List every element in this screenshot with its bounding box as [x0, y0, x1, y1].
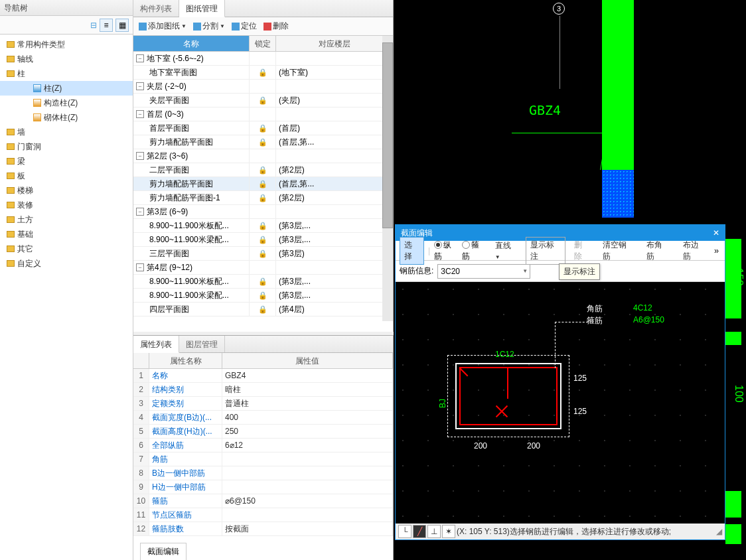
- drawing-row[interactable]: −第4层 (9~12): [133, 261, 393, 275]
- tree-item[interactable]: 墙: [0, 125, 133, 139]
- snap-ortho-icon[interactable]: ╱: [413, 525, 426, 538]
- tab-component-list[interactable]: 构件列表: [133, 0, 179, 17]
- column-hatch[interactable]: [602, 170, 634, 218]
- property-row[interactable]: 9H边一侧中部筋: [133, 480, 393, 494]
- tree-item[interactable]: 自定义: [0, 256, 133, 271]
- toolbar-分割[interactable]: 分割 ▼: [190, 19, 228, 34]
- property-row[interactable]: 11节点区箍筋: [133, 508, 393, 522]
- toolbar-删除[interactable]: 删除: [261, 19, 291, 34]
- collapse-icon[interactable]: −: [136, 82, 144, 90]
- collapse-icon[interactable]: −: [136, 54, 144, 62]
- tree-item[interactable]: 常用构件类型: [0, 37, 133, 52]
- close-icon[interactable]: ✕: [713, 228, 719, 238]
- lock-icon[interactable]: 🔒: [258, 124, 267, 133]
- drawing-row[interactable]: 夹层平面图🔒(夹层): [133, 94, 393, 107]
- line-button[interactable]: 直线 ▼: [490, 238, 522, 263]
- property-row[interactable]: 6全部纵筋6⌀12: [133, 439, 393, 453]
- rebar-info-input[interactable]: [437, 264, 530, 279]
- drawing-row[interactable]: 8.900~11.900米板配...🔒(第3层,...: [133, 219, 393, 233]
- drawing-row[interactable]: 8.900~11.900米板配...🔒(第3层,...: [133, 275, 393, 289]
- drawing-row[interactable]: 四层平面图🔒(第4层): [133, 303, 393, 316]
- lock-icon[interactable]: 🔒: [258, 277, 267, 286]
- lock-icon[interactable]: 🔒: [258, 166, 267, 175]
- tree-item[interactable]: 门窗洞: [0, 139, 133, 154]
- lock-icon[interactable]: 🔒: [258, 96, 267, 105]
- property-row[interactable]: 1名称GBZ4: [133, 369, 393, 383]
- property-row[interactable]: 4截面宽度(B边)(...400: [133, 411, 393, 425]
- property-row[interactable]: 5截面高度(H边)(...250: [133, 425, 393, 439]
- tree-item[interactable]: 装修: [0, 198, 133, 212]
- nav-view-grid-icon[interactable]: ▦: [115, 19, 129, 32]
- drawing-row[interactable]: 8.900~11.900米梁配...🔒(第3层,...: [133, 289, 393, 303]
- property-rows[interactable]: 1名称GBZ42结构类别暗柱3定额类别普通柱4截面宽度(B边)(...4005截…: [133, 369, 393, 541]
- tab-drawing-management[interactable]: 图纸管理: [179, 0, 225, 17]
- nav-expand-icon[interactable]: ⊟: [90, 21, 97, 30]
- drawing-row[interactable]: 剪力墙配筋平面图🔒(首层,第...: [133, 135, 393, 149]
- tree-item[interactable]: 基础: [0, 227, 133, 242]
- clear-rebar-button[interactable]: 清空钢筋: [598, 237, 638, 265]
- nav-view-list-icon[interactable]: ≡: [100, 19, 113, 32]
- snap-intersect-icon[interactable]: ✶: [442, 525, 455, 538]
- drawing-row[interactable]: −夹层 (-2~0): [133, 80, 393, 94]
- tree-item[interactable]: 其它: [0, 242, 133, 256]
- dropdown-caret-icon[interactable]: ▼: [522, 268, 528, 274]
- collapse-icon[interactable]: −: [136, 208, 144, 216]
- drawing-row[interactable]: −首层 (0~3): [133, 107, 393, 121]
- tree-item[interactable]: 构造柱(Z): [0, 96, 133, 110]
- property-row[interactable]: 7角筋: [133, 453, 393, 466]
- lock-icon[interactable]: 🔒: [258, 236, 267, 244]
- snap-endpoint-icon[interactable]: └: [398, 525, 411, 538]
- snap-perp-icon[interactable]: ⊥: [427, 525, 441, 538]
- toolbar-添加图纸[interactable]: 添加图纸 ▼: [136, 19, 189, 34]
- toolbar-定位[interactable]: 定位: [229, 19, 260, 34]
- header-lock[interactable]: 锁定: [250, 36, 276, 51]
- lock-icon[interactable]: 🔒: [258, 291, 267, 300]
- drawing-row[interactable]: −第2层 (3~6): [133, 149, 393, 163]
- collapse-icon[interactable]: −: [136, 152, 144, 160]
- lock-icon[interactable]: 🔒: [258, 180, 267, 188]
- property-row[interactable]: 10箍筋⌀6@150: [133, 494, 393, 508]
- lock-icon[interactable]: 🔒: [258, 249, 267, 258]
- lock-icon[interactable]: 🔒: [258, 194, 267, 202]
- property-row[interactable]: 8B边一侧中部筋: [133, 466, 393, 480]
- edge-rebar-button[interactable]: 布边筋: [678, 237, 710, 265]
- tree-item[interactable]: 轴线: [0, 52, 133, 66]
- drawing-row[interactable]: 地下室平面图🔒(地下室): [133, 66, 393, 80]
- drawing-row[interactable]: 8.900~11.900米梁配...🔒(第3层,...: [133, 233, 393, 247]
- lock-icon[interactable]: 🔒: [258, 222, 267, 230]
- corner-rebar-button[interactable]: 布角筋: [642, 237, 674, 265]
- show-annotation-button[interactable]: 显示标注: [526, 237, 565, 265]
- collapse-icon[interactable]: −: [136, 263, 144, 271]
- drawing-row[interactable]: 剪力墙配筋平面图-1🔒(第2层): [133, 191, 393, 205]
- tree-item[interactable]: 柱(Z): [0, 81, 133, 96]
- tree-item[interactable]: 梁: [0, 154, 133, 169]
- drawing-row[interactable]: 二层平面图🔒(第2层): [133, 163, 393, 177]
- tab-layer-management[interactable]: 图层管理: [179, 336, 225, 352]
- drawing-row[interactable]: −地下室 (-5.6~-2): [133, 52, 393, 66]
- radio-longitudinal[interactable]: 纵筋: [434, 240, 458, 262]
- lock-icon[interactable]: 🔒: [258, 305, 267, 314]
- property-row[interactable]: 3定额类别普通柱: [133, 397, 393, 411]
- select-button[interactable]: 选择: [400, 237, 424, 265]
- collapse-icon[interactable]: −: [136, 110, 144, 118]
- tab-property-list[interactable]: 属性列表: [133, 336, 179, 353]
- resize-grip-icon[interactable]: ◢: [716, 527, 722, 536]
- drawing-row[interactable]: 三层平面图🔒(第3层): [133, 247, 393, 261]
- lock-icon[interactable]: 🔒: [258, 138, 267, 147]
- property-row[interactable]: 2结构类别暗柱: [133, 383, 393, 397]
- drawing-rows[interactable]: −地下室 (-5.6~-2)地下室平面图🔒(地下室)−夹层 (-2~0)夹层平面…: [133, 52, 393, 324]
- tree-item[interactable]: 砌体柱(Z): [0, 110, 133, 125]
- drawing-row[interactable]: 剪力墙配筋平面图🔒(首层,第...: [133, 177, 393, 191]
- tree-item[interactable]: 柱: [0, 66, 133, 81]
- more-icon[interactable]: ››: [714, 246, 721, 255]
- lock-icon[interactable]: 🔒: [258, 68, 267, 77]
- section-edit-tab[interactable]: 截面编辑: [140, 543, 186, 560]
- property-row[interactable]: 12箍筋肢数按截面: [133, 522, 393, 536]
- drawing-row[interactable]: −第3层 (6~9): [133, 205, 393, 219]
- header-floor[interactable]: 对应楼层: [276, 36, 393, 51]
- tree-item[interactable]: 楼梯: [0, 183, 133, 198]
- tree-item[interactable]: 土方: [0, 212, 133, 227]
- tree-item[interactable]: 板: [0, 169, 133, 183]
- header-name[interactable]: 名称: [133, 36, 250, 51]
- section-canvas[interactable]: 1C12 BJ 125 125 200 200 角筋 箍筋 4C12 A6@15…: [396, 282, 725, 524]
